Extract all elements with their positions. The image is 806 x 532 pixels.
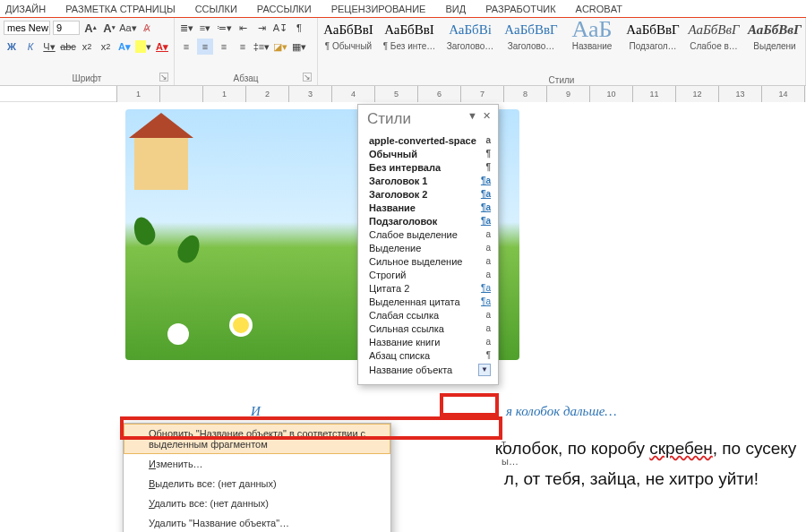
styles-group: АаБбВвІ¶ ОбычныйАаБбВвІ¶ Без инте…АаБбВі… <box>318 18 806 85</box>
style-list-item[interactable]: Слабое выделениеa <box>367 227 493 241</box>
subscript-button[interactable]: x2 <box>79 39 95 55</box>
font-color-button[interactable]: A▾ <box>154 39 170 55</box>
style-list-item[interactable]: Сильное выделениеa <box>367 254 493 268</box>
style-list-item[interactable]: Название¶a <box>367 201 493 214</box>
ribbon-tab[interactable]: ССЫЛКИ <box>195 4 237 14</box>
ribbon-tab[interactable]: РАЗРАБОТЧИК <box>485 4 555 14</box>
bold-button[interactable]: Ж <box>4 39 20 55</box>
style-list-item[interactable]: Цитата 2¶a <box>367 281 493 295</box>
ribbon-tab[interactable]: ACROBAT <box>576 4 622 14</box>
close-icon[interactable]: ✕ <box>483 110 491 128</box>
strikethrough-button[interactable]: abc <box>60 39 76 55</box>
sort-button[interactable]: A↧ <box>272 20 288 36</box>
style-gallery-item[interactable]: АаБбВвГПодзагол… <box>626 18 680 51</box>
style-list-item[interactable]: Выделенная цитата¶a <box>367 295 493 308</box>
font-size-select[interactable]: 9 <box>53 21 80 35</box>
underline-button[interactable]: Ч▾ <box>41 39 57 55</box>
line-spacing-button[interactable]: ‡≡▾ <box>253 39 270 55</box>
font-group: mes New R 9 A▴ A▾ Aa▾ A̷ Ж К Ч▾ abc x2 x… <box>0 18 175 85</box>
shading-button[interactable]: ◪▾ <box>272 39 288 55</box>
bullets-button[interactable]: ≣▾ <box>178 20 194 36</box>
style-list-item[interactable]: Строгийa <box>367 268 493 281</box>
styles-pane-list: apple-converted-spaceaОбычный¶Без интерв… <box>358 130 498 384</box>
italic-button[interactable]: К <box>22 39 39 55</box>
style-gallery-item[interactable]: АаБбВвГСлабое в… <box>687 18 741 51</box>
shrink-font-button[interactable]: A▾ <box>101 20 117 36</box>
horizontal-ruler: 11234567891011121314151617 <box>0 86 806 102</box>
style-list-item[interactable]: Заголовок 1¶a <box>367 174 493 187</box>
styles-group-label: Стили <box>322 73 802 85</box>
dialog-launcher-icon[interactable]: ↘ <box>159 73 168 82</box>
style-context-menu: Обновить "Название объекта" в соответств… <box>123 423 391 532</box>
style-gallery-item[interactable]: АаБбВіЗаголово… <box>443 18 497 51</box>
increase-indent-button[interactable]: ⇥ <box>253 20 270 36</box>
align-left-button[interactable]: ≡ <box>178 39 194 55</box>
ribbon-tab[interactable]: РЕЦЕНЗИРОВАНИЕ <box>331 4 426 14</box>
style-gallery-item[interactable]: АаБбВвІ¶ Без инте… <box>382 18 436 51</box>
context-menu-item[interactable]: Обновить "Название объекта" в соответств… <box>124 424 390 454</box>
styles-pane: Стили ▼ ✕ apple-converted-spaceaОбычный¶… <box>357 104 499 385</box>
style-list-item[interactable]: Обычный¶ <box>367 147 493 160</box>
borders-button[interactable]: ▦▾ <box>291 39 307 55</box>
style-list-item[interactable]: Заголовок 2¶a <box>367 187 493 201</box>
font-name-select[interactable]: mes New R <box>4 21 50 35</box>
style-list-item[interactable]: Слабая ссылкаa <box>367 308 493 322</box>
styles-pane-dropdown-icon[interactable]: ▼ <box>467 110 477 128</box>
numbering-button[interactable]: ≡▾ <box>197 20 213 36</box>
dialog-launcher-icon[interactable]: ↘ <box>303 73 312 82</box>
truncated-text: т <box>502 438 506 449</box>
superscript-button[interactable]: x2 <box>98 39 114 55</box>
context-menu-item[interactable]: Выделить все: (нет данных) <box>124 474 390 493</box>
style-list-item[interactable]: Абзац списка¶ <box>367 348 493 362</box>
image-caption: я колобок дальше… <box>506 404 617 419</box>
align-center-button[interactable]: ≡ <box>197 39 213 55</box>
style-list-item[interactable]: Подзаголовок¶a <box>367 214 493 227</box>
align-right-button[interactable]: ≡ <box>216 39 232 55</box>
style-list-item[interactable]: Выделениеa <box>367 241 493 254</box>
paragraph-group: ≣▾ ≡▾ ≔▾ ⇤ ⇥ A↧ ¶ ≡ ≡ ≡ ≡ ‡≡▾ ◪▾ ▦▾ Абза… <box>175 18 318 85</box>
change-case-button[interactable]: Aa▾ <box>120 20 136 36</box>
multilevel-button[interactable]: ≔▾ <box>216 20 232 36</box>
style-list-item[interactable]: apple-converted-spacea <box>367 133 493 147</box>
context-menu-item[interactable]: Удалить "Название объекта"… <box>124 513 390 532</box>
document-area: И я колобок дальше… К колобок, по коробу… <box>0 102 806 532</box>
styles-gallery[interactable]: АаБбВвІ¶ ОбычныйАаБбВвІ¶ Без инте…АаБбВі… <box>322 18 802 73</box>
truncated-text: ы… <box>502 456 519 467</box>
clear-formatting-button[interactable]: A̷ <box>139 20 155 36</box>
ribbon: mes New R 9 A▴ A▾ Aa▾ A̷ Ж К Ч▾ abc x2 x… <box>0 18 806 86</box>
show-marks-button[interactable]: ¶ <box>291 20 307 36</box>
style-gallery-item[interactable]: АаБбВвГЗаголово… <box>504 18 558 51</box>
style-list-item[interactable]: Без интервала¶ <box>367 160 493 174</box>
justify-button[interactable]: ≡ <box>235 39 251 55</box>
decrease-indent-button[interactable]: ⇤ <box>235 20 251 36</box>
grow-font-button[interactable]: A▴ <box>82 20 99 36</box>
styles-pane-title: Стили <box>367 110 411 128</box>
ribbon-tabs: ДИЗАЙНРАЗМЕТКА СТРАНИЦЫССЫЛКИРАССЫЛКИРЕЦ… <box>0 0 806 18</box>
context-menu-item[interactable]: Удалить все: (нет данных) <box>124 493 390 513</box>
style-list-item[interactable]: Сильная ссылкаa <box>367 322 493 335</box>
context-menu-item[interactable]: Изменить… <box>124 454 390 474</box>
image-caption: И <box>251 404 261 419</box>
text-effects-button[interactable]: A▾ <box>116 39 133 55</box>
ribbon-tab[interactable]: ДИЗАЙН <box>5 4 46 14</box>
style-gallery-item[interactable]: АаБбВвГВыделени <box>748 18 802 51</box>
ribbon-tab[interactable]: РАССЫЛКИ <box>257 4 312 14</box>
style-gallery-item[interactable]: АаБНазвание <box>565 18 619 51</box>
chevron-down-icon[interactable]: ▼ <box>478 364 491 376</box>
highlight-button[interactable]: ▾ <box>135 39 151 55</box>
font-group-label: Шрифт↘ <box>4 72 170 83</box>
ribbon-tab[interactable]: РАЗМЕТКА СТРАНИЦЫ <box>65 4 175 14</box>
style-list-item[interactable]: Название книгиa <box>367 335 493 348</box>
style-list-item[interactable]: Название объекта▼ <box>367 362 493 377</box>
highlight-box <box>440 393 499 416</box>
para-group-label: Абзац↘ <box>178 72 313 83</box>
ribbon-tab[interactable]: ВИД <box>445 4 466 14</box>
style-gallery-item[interactable]: АаБбВвІ¶ Обычный <box>322 18 375 51</box>
